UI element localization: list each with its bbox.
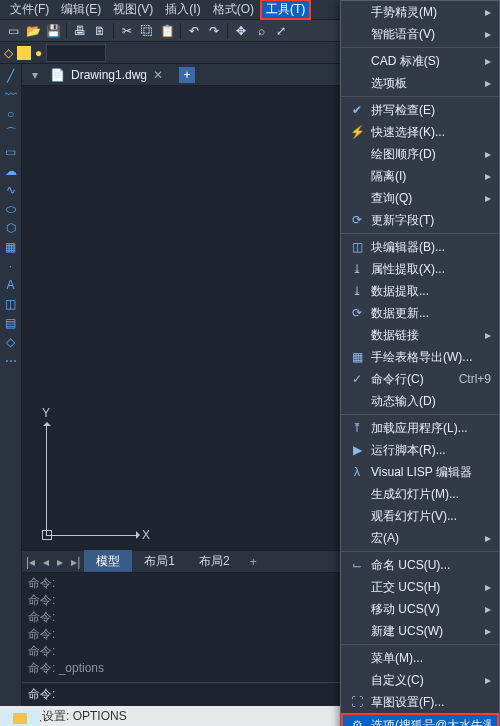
pan-icon[interactable]: ✥ [232,22,250,40]
tab-layout2[interactable]: 布局2 [187,550,242,573]
dwg-icon: 📄 [50,68,65,82]
tools-menu: 手势精灵(M)▸ 智能语音(V)▸ CAD 标准(S)▸ 选项板▸ ✔拼写检查(… [340,0,500,726]
menu-run-script[interactable]: ▶运行脚本(R)... [341,439,499,461]
first-icon[interactable]: |◂ [22,555,39,569]
open-icon[interactable]: 📂 [24,22,42,40]
gear-icon: ⚙ [349,717,365,726]
next-icon[interactable]: ▸ [53,555,67,569]
table-icon[interactable]: ▤ [3,315,19,331]
menu-format[interactable]: 格式(O) [207,0,260,20]
menu-voice[interactable]: 智能语音(V)▸ [341,23,499,45]
taskbar-sliver [0,710,40,726]
pline-icon[interactable]: 〰 [3,87,19,103]
new-tab-button[interactable]: + [179,67,195,83]
file-tab[interactable]: 📄 Drawing1.dwg ✕ [42,66,171,84]
menu-view[interactable]: 视图(V) [107,0,159,20]
point-icon[interactable]: · [3,258,19,274]
menu-block-editor[interactable]: ◫块编辑器(B)... [341,236,499,258]
menu-load-app[interactable]: ⤒加载应用程序(L)... [341,417,499,439]
preview-icon[interactable]: 🗎 [91,22,109,40]
cmd-prompt: 命令: [28,686,55,703]
new-icon[interactable]: ▭ [4,22,22,40]
print-icon[interactable]: 🖶 [71,22,89,40]
chevron-down-icon[interactable]: ▾ [28,68,42,82]
save-icon[interactable]: 💾 [44,22,62,40]
layer-select[interactable] [46,44,106,62]
rect-icon[interactable]: ▭ [3,144,19,160]
menu-tools[interactable]: 工具(T) [260,0,311,20]
block-icon[interactable]: ◫ [3,296,19,312]
menu-attrib-extract[interactable]: ⤓属性提取(X)... [341,258,499,280]
menu-palettes[interactable]: 选项板▸ [341,72,499,94]
file-tab-label: Drawing1.dwg [71,68,147,82]
menu-options[interactable]: ⚙选项(搜狐号@大水牛测绘 [341,713,499,726]
close-icon[interactable]: ✕ [153,68,163,82]
arc-icon[interactable]: ⌒ [3,125,19,141]
ellipse-icon[interactable]: ⬭ [3,201,19,217]
menu-edit[interactable]: 编辑(E) [55,0,107,20]
region-icon[interactable]: ◇ [3,334,19,350]
zoom-ext-icon[interactable]: ⤢ [272,22,290,40]
zoom-icon[interactable]: ⌕ [252,22,270,40]
menu-ortho-ucs[interactable]: 正交 UCS(H)▸ [341,576,499,598]
menu-data-extract[interactable]: ⤓数据提取... [341,280,499,302]
add-layout-button[interactable]: + [242,555,265,569]
menu-move-ucs[interactable]: 移动 UCS(V)▸ [341,598,499,620]
menu-vlisp[interactable]: λVisual LISP 编辑器 [341,461,499,483]
x-axis-label: X [142,528,150,542]
menu-data-update[interactable]: ⟳数据更新... [341,302,499,324]
menu-insert[interactable]: 插入(I) [159,0,206,20]
menu-draw-order[interactable]: 绘图顺序(D)▸ [341,143,499,165]
menu-spellcheck[interactable]: ✔拼写检查(E) [341,99,499,121]
menu-quick-select[interactable]: ⚡快速选择(K)... [341,121,499,143]
polygon-icon[interactable]: ⬡ [3,220,19,236]
tab-model[interactable]: 模型 [84,550,132,573]
line-icon[interactable]: ╱ [3,68,19,84]
undo-icon[interactable]: ↶ [185,22,203,40]
copy-icon[interactable]: ⿻ [138,22,156,40]
folder-icon[interactable] [13,713,27,724]
menu-dynamic-input[interactable]: 动态输入(D) [341,390,499,412]
redo-icon[interactable]: ↷ [205,22,223,40]
prev-icon[interactable]: ◂ [39,555,53,569]
menu-update-fields[interactable]: ⟳更新字段(T) [341,209,499,231]
menu-command-line[interactable]: ✓命令行(C)Ctrl+9 [341,368,499,390]
menu-file[interactable]: 文件(F) [4,0,55,20]
layer-icon[interactable]: ◇ [4,46,13,60]
menu-menu-mgr[interactable]: 菜单(M)... [341,647,499,669]
tab-layout1[interactable]: 布局1 [132,550,187,573]
menu-customize[interactable]: 自定义(C)▸ [341,669,499,691]
menu-macro[interactable]: 宏(A)▸ [341,527,499,549]
spline-icon[interactable]: ∿ [3,182,19,198]
menu-data-link[interactable]: 数据链接▸ [341,324,499,346]
draw-toolbar: ╱ 〰 ○ ⌒ ▭ ☁ ∿ ⬭ ⬡ ▦ · A ◫ ▤ ◇ ⋯ [0,64,22,706]
menu-isolate[interactable]: 隔离(I)▸ [341,165,499,187]
menu-view-slide[interactable]: 观看幻灯片(V)... [341,505,499,527]
menu-draft-settings[interactable]: ⛶草图设置(F)... [341,691,499,713]
text-icon[interactable]: A [3,277,19,293]
cloud-icon[interactable]: ☁ [3,163,19,179]
last-icon[interactable]: ▸| [67,555,84,569]
menu-cad-standards[interactable]: CAD 标准(S)▸ [341,50,499,72]
more-icon[interactable]: ⋯ [3,353,19,369]
menu-inquiry[interactable]: 查询(Q)▸ [341,187,499,209]
menu-make-slide[interactable]: 生成幻灯片(M)... [341,483,499,505]
hatch-icon[interactable]: ▦ [3,239,19,255]
paste-icon[interactable]: 📋 [158,22,176,40]
menu-hand-table-export[interactable]: ▦手绘表格导出(W)... [341,346,499,368]
cut-icon[interactable]: ✂ [118,22,136,40]
y-axis-label: Y [42,406,50,420]
circle-icon[interactable]: ○ [3,106,19,122]
menu-named-ucs[interactable]: ⌙命名 UCS(U)... [341,554,499,576]
color-swatch[interactable] [17,46,31,60]
bulb-icon[interactable]: ● [35,46,42,60]
menu-gesture[interactable]: 手势精灵(M)▸ [341,1,499,23]
menu-new-ucs[interactable]: 新建 UCS(W)▸ [341,620,499,642]
